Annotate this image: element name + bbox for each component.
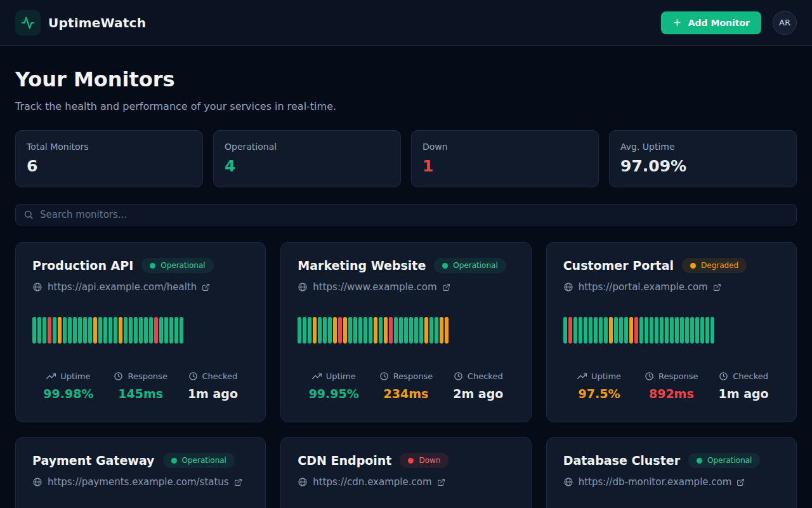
monitor-name: Payment Gateway [32, 453, 155, 467]
history-bar [379, 317, 383, 344]
status-badge: Operational [434, 258, 506, 273]
status-dot-icon [690, 263, 696, 269]
history-bar [88, 317, 92, 344]
globe-icon [32, 282, 43, 292]
header-actions: Add Monitor AR [661, 11, 797, 35]
external-link-icon[interactable] [713, 283, 721, 291]
history-bar [108, 317, 112, 344]
history-bar [58, 317, 62, 344]
monitor-url-link[interactable]: https://db-monitor.example.com [579, 476, 732, 488]
status-dot-icon [442, 263, 448, 269]
history-bar [374, 317, 377, 344]
history-bar [98, 317, 102, 344]
monitor-card[interactable]: Marketing Website Operational https://ww… [280, 242, 531, 422]
monitor-url-link[interactable]: https://cdn.example.com [313, 476, 431, 488]
history-bar [63, 317, 67, 344]
history-bar [154, 317, 158, 344]
history-bar [435, 317, 438, 344]
trending-up-icon [46, 371, 56, 381]
history-bar [655, 317, 658, 344]
history-bar [43, 317, 46, 344]
status-badge: Down [400, 453, 449, 468]
status-dot-icon [150, 263, 155, 269]
history-bar [389, 317, 393, 344]
monitor-url-link[interactable]: https://api.example.com/health [48, 281, 197, 293]
history-bar [624, 317, 628, 344]
uptime-value: 99.95% [298, 387, 370, 401]
monitor-name: CDN Endpoint [298, 453, 391, 467]
history-bar [308, 317, 311, 344]
stat-label: Down [422, 142, 587, 152]
metric-uptime: Uptime 99.98% [32, 371, 105, 401]
history-bar [680, 317, 684, 344]
history-bar [404, 317, 408, 344]
add-monitor-button[interactable]: Add Monitor [661, 11, 761, 34]
status-label: Operational [453, 261, 497, 270]
monitor-card[interactable]: Customer Portal Degraded https://portal.… [546, 242, 797, 422]
checked-value: 1m ago [177, 387, 249, 401]
history-bar [639, 317, 643, 344]
history-bar [328, 317, 332, 344]
history-bar [348, 317, 352, 344]
search-bar[interactable] [15, 204, 797, 225]
uptime-history-bars [298, 317, 514, 344]
brand: UptimeWatch [15, 10, 146, 36]
metric-response-label: Response [393, 371, 433, 381]
stat-card: Avg. Uptime 97.09% [609, 130, 797, 187]
clock-icon [188, 371, 198, 381]
history-bar [429, 317, 433, 344]
history-bar [129, 317, 133, 344]
user-avatar[interactable]: AR [773, 11, 797, 35]
metric-response: Response 892ms [635, 371, 707, 401]
monitor-name: Production API [32, 258, 133, 272]
monitor-name: Marketing Website [298, 258, 426, 272]
monitor-card[interactable]: Payment Gateway Operational https://paym… [15, 437, 266, 508]
history-bar [399, 317, 403, 344]
status-label: Operational [182, 456, 226, 465]
history-bar [700, 317, 704, 344]
history-bar [589, 317, 593, 344]
external-link-icon[interactable] [737, 478, 745, 486]
monitor-name: Customer Portal [563, 258, 674, 272]
history-bar [409, 317, 413, 344]
history-bar [419, 317, 423, 344]
monitor-card[interactable]: Database Cluster Operational https://db-… [546, 437, 797, 508]
history-bar [614, 317, 618, 344]
monitor-url-link[interactable]: https://www.example.com [313, 281, 436, 293]
monitor-url-link[interactable]: https://payments.example.com/status [48, 476, 229, 488]
trending-up-icon [312, 371, 322, 381]
avatar-initials: AR [779, 18, 790, 27]
history-bar [338, 317, 342, 344]
history-bar [313, 317, 317, 344]
history-bar [333, 317, 337, 344]
history-bar [414, 317, 418, 344]
monitor-url-link[interactable]: https://portal.example.com [579, 281, 708, 293]
globe-icon [563, 282, 573, 292]
globe-icon [32, 477, 43, 487]
history-bar [665, 317, 669, 344]
stat-value: 1 [422, 157, 587, 175]
search-input[interactable] [40, 209, 789, 220]
metric-response: Response 145ms [105, 371, 177, 401]
history-bar [594, 317, 598, 344]
monitor-card[interactable]: CDN Endpoint Down https://cdn.example.co… [280, 437, 531, 508]
external-link-icon[interactable] [202, 283, 210, 291]
add-monitor-label: Add Monitor [688, 18, 750, 28]
monitors-grid: Production API Operational https://api.e… [15, 242, 797, 508]
external-link-icon[interactable] [234, 478, 242, 486]
metric-uptime-label: Uptime [60, 371, 90, 381]
trending-up-icon [577, 371, 587, 381]
external-link-icon[interactable] [442, 283, 450, 291]
history-bar [139, 317, 143, 344]
activity-pulse-icon [21, 16, 35, 30]
metric-uptime: Uptime 97.5% [563, 371, 636, 401]
monitor-card[interactable]: Production API Operational https://api.e… [15, 242, 266, 422]
history-bar [675, 317, 679, 344]
history-bar [604, 317, 608, 344]
stats-grid: Total Monitors 6 Operational 4 Down 1 Av… [15, 130, 797, 187]
history-bar [584, 317, 587, 344]
history-bar [384, 317, 388, 344]
external-link-icon[interactable] [437, 478, 445, 486]
globe-icon [298, 477, 308, 487]
status-dot-icon [171, 458, 177, 464]
